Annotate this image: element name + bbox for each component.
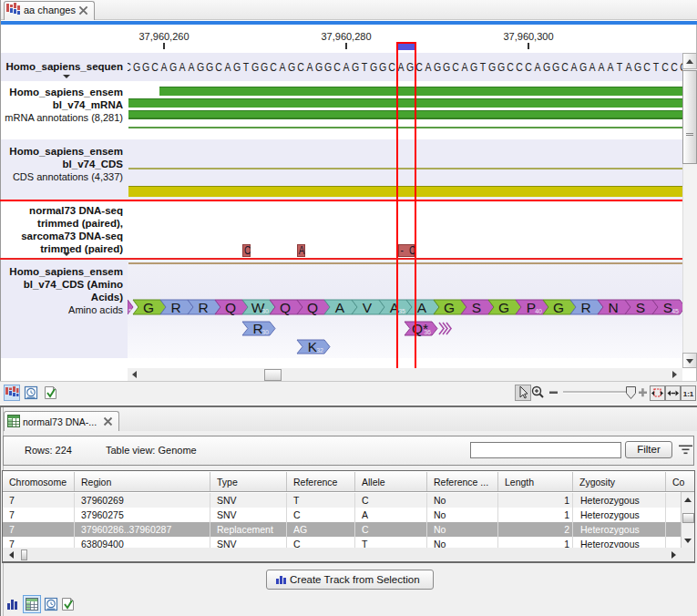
svg-text:32: 32 xyxy=(316,346,323,353)
svg-text:Q: Q xyxy=(225,299,236,314)
svg-text:S: S xyxy=(636,299,645,314)
svg-text:A: A xyxy=(335,299,345,314)
svg-text:N: N xyxy=(608,299,618,314)
svg-text:R: R xyxy=(170,299,180,314)
svg-text:R: R xyxy=(198,299,208,314)
svg-text:G: G xyxy=(498,299,509,314)
svg-text:40: 40 xyxy=(535,307,542,313)
svg-text:G: G xyxy=(444,299,455,314)
svg-text:Q: Q xyxy=(307,299,318,314)
svg-text:V: V xyxy=(363,299,373,314)
svg-text:35: 35 xyxy=(398,307,405,313)
svg-text:G: G xyxy=(143,299,154,314)
svg-text:1:1: 1:1 xyxy=(683,390,694,398)
svg-text:Q: Q xyxy=(280,299,291,314)
svg-text:30: 30 xyxy=(261,328,269,334)
svg-text:R: R xyxy=(580,299,590,314)
svg-text:36: 36 xyxy=(424,328,431,334)
svg-text:G: G xyxy=(553,299,564,314)
svg-text:30: 30 xyxy=(261,307,269,313)
svg-text:S: S xyxy=(472,299,481,314)
svg-text:A: A xyxy=(417,299,427,314)
svg-text:45: 45 xyxy=(671,307,679,313)
svg-text:5: 5 xyxy=(128,307,132,313)
